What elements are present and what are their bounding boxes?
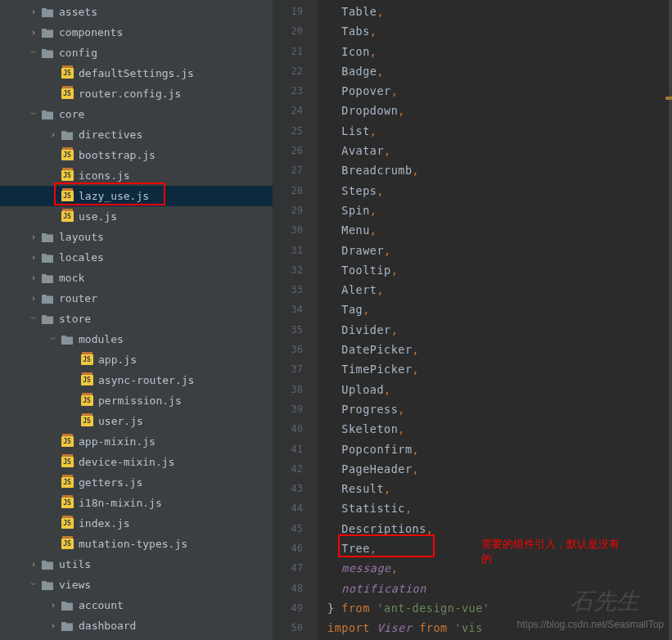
tree-item-index-js[interactable]: JSindex.js bbox=[0, 513, 273, 534]
chevron-right-icon[interactable]: › bbox=[28, 7, 39, 16]
folder-icon bbox=[41, 558, 54, 571]
js-file-icon: JS bbox=[61, 67, 74, 80]
tree-item-views[interactable]: ﹀views bbox=[0, 575, 273, 595]
chevron-right-icon[interactable]: › bbox=[28, 232, 39, 241]
code-line[interactable]: Upload, bbox=[327, 380, 672, 399]
code-line[interactable]: Badge, bbox=[327, 61, 672, 81]
tree-item-utils[interactable]: ›utils bbox=[0, 554, 273, 575]
tree-item-label: async-router.js bbox=[98, 374, 194, 386]
tree-item-account[interactable]: ›account bbox=[0, 595, 273, 615]
file-tree-sidebar[interactable]: ›assets›components﹀configJSdefaultSettin… bbox=[0, 0, 273, 640]
folder-icon bbox=[41, 272, 54, 285]
line-number: 33 bbox=[273, 280, 303, 300]
code-line[interactable]: Tabs, bbox=[327, 21, 672, 41]
code-line[interactable]: Divider, bbox=[327, 320, 672, 340]
code-line[interactable]: Dropdown, bbox=[327, 101, 672, 120]
code-line[interactable]: Tag, bbox=[327, 300, 672, 319]
tree-item-label: utils bbox=[59, 558, 91, 570]
line-number: 44 bbox=[273, 498, 303, 518]
tree-item-use-js[interactable]: JSuse.js bbox=[0, 206, 273, 227]
annotation-text: 需要的组件引入，默认是没有的 bbox=[481, 537, 620, 566]
chevron-down-icon[interactable]: ﹀ bbox=[28, 48, 39, 57]
code-editor[interactable]: 1920212223242526272829303132333435363738… bbox=[273, 0, 672, 640]
code-line[interactable]: Descriptions, bbox=[327, 519, 672, 539]
code-line[interactable]: Spin, bbox=[327, 201, 672, 220]
tree-item-app-mixin-js[interactable]: JSapp-mixin.js bbox=[0, 431, 273, 452]
chevron-right-icon[interactable]: › bbox=[28, 273, 39, 282]
code-line[interactable]: Steps, bbox=[327, 181, 672, 201]
tree-item-label: assets bbox=[59, 6, 97, 18]
tree-item-defaultSettings-js[interactable]: JSdefaultSettings.js bbox=[0, 63, 273, 83]
tree-item-locales[interactable]: ›locales bbox=[0, 247, 273, 268]
scroll-marker bbox=[665, 97, 672, 100]
tree-item-mock[interactable]: ›mock bbox=[0, 268, 273, 288]
chevron-down-icon[interactable]: ﹀ bbox=[28, 314, 39, 323]
code-line[interactable]: PageHeader, bbox=[327, 459, 672, 479]
line-number: 20 bbox=[273, 21, 303, 41]
tree-item-icons-js[interactable]: JSicons.js bbox=[0, 165, 273, 186]
chevron-right-icon[interactable]: › bbox=[28, 28, 39, 37]
folder-icon bbox=[61, 128, 74, 142]
chevron-right-icon[interactable]: › bbox=[28, 294, 39, 303]
tree-item-router[interactable]: ›router bbox=[0, 288, 273, 309]
tree-item-layouts[interactable]: ›layouts bbox=[0, 227, 273, 247]
code-line[interactable]: Result, bbox=[327, 479, 672, 498]
tree-item-i18n-mixin-js[interactable]: JSi18n-mixin.js bbox=[0, 493, 273, 513]
scrollbar[interactable] bbox=[669, 0, 672, 640]
code-line[interactable]: Avatar, bbox=[327, 141, 672, 160]
line-number: 28 bbox=[273, 181, 303, 201]
tree-item-core[interactable]: ﹀core bbox=[0, 104, 273, 124]
tree-item-permission-js[interactable]: JSpermission.js bbox=[0, 390, 273, 411]
chevron-right-icon[interactable]: › bbox=[47, 621, 59, 630]
js-file-icon: JS bbox=[61, 476, 74, 489]
tree-item-app-js[interactable]: JSapp.js bbox=[0, 349, 273, 370]
tree-item-label: components bbox=[59, 26, 123, 38]
tree-item-lazy_use-js[interactable]: JSlazy_use.js bbox=[0, 186, 273, 206]
js-file-icon: JS bbox=[61, 190, 74, 203]
code-line[interactable]: Skeleton, bbox=[327, 419, 672, 439]
chevron-right-icon[interactable]: › bbox=[47, 130, 59, 139]
code-line[interactable]: Tooltip, bbox=[327, 260, 672, 280]
tree-item-bootstrap-js[interactable]: JSbootstrap.js bbox=[0, 145, 273, 165]
code-line[interactable]: Statistic, bbox=[327, 498, 672, 518]
code-area[interactable]: Table, Tabs, Icon, Badge, Popover, Dropd… bbox=[318, 0, 672, 640]
code-line[interactable]: Drawer, bbox=[327, 241, 672, 260]
tree-item-config[interactable]: ﹀config bbox=[0, 43, 273, 63]
tree-item-async-router-js[interactable]: JSasync-router.js bbox=[0, 370, 273, 390]
code-line[interactable]: Alert, bbox=[327, 280, 672, 300]
tree-item-router-config-js[interactable]: JSrouter.config.js bbox=[0, 83, 273, 104]
code-line[interactable]: Progress, bbox=[327, 399, 672, 419]
chevron-down-icon[interactable]: ﹀ bbox=[28, 110, 39, 119]
code-line[interactable]: Breadcrumb, bbox=[327, 160, 672, 180]
tree-item-modules[interactable]: ﹀modules bbox=[0, 329, 273, 349]
tree-item-mutation-types-js[interactable]: JSmutation-types.js bbox=[0, 534, 273, 554]
code-line[interactable]: Popover, bbox=[327, 81, 672, 101]
js-file-icon: JS bbox=[61, 538, 74, 551]
folder-icon bbox=[41, 47, 54, 60]
tree-item-assets[interactable]: ›assets bbox=[0, 2, 273, 22]
tree-item-label: index.js bbox=[79, 517, 130, 530]
code-line[interactable]: List, bbox=[327, 121, 672, 141]
code-line[interactable]: Popconfirm, bbox=[327, 439, 672, 459]
watermark-url: https://blog.csdn.net/SeasmallTop bbox=[517, 619, 664, 630]
chevron-down-icon[interactable]: ﹀ bbox=[28, 580, 39, 589]
tree-item-getters-js[interactable]: JSgetters.js bbox=[0, 472, 273, 493]
tree-item-directives[interactable]: ›directives bbox=[0, 124, 273, 145]
code-line[interactable]: Table, bbox=[327, 2, 672, 21]
tree-item-user-js[interactable]: JSuser.js bbox=[0, 411, 273, 431]
chevron-down-icon[interactable]: ﹀ bbox=[47, 335, 59, 344]
code-line[interactable]: Icon, bbox=[327, 42, 672, 61]
tree-item-label: icons.js bbox=[79, 169, 130, 182]
tree-item-components[interactable]: ›components bbox=[0, 22, 273, 43]
folder-icon bbox=[41, 292, 54, 305]
tree-item-device-mixin-js[interactable]: JSdevice-mixin.js bbox=[0, 452, 273, 472]
code-line[interactable]: Menu, bbox=[327, 220, 672, 240]
tree-item-dashboard[interactable]: ›dashboard bbox=[0, 615, 273, 636]
code-line[interactable]: DatePicker, bbox=[327, 340, 672, 359]
code-line[interactable]: TimePicker, bbox=[327, 359, 672, 379]
chevron-right-icon[interactable]: › bbox=[47, 601, 59, 610]
tree-item-store[interactable]: ﹀store bbox=[0, 309, 273, 329]
chevron-right-icon[interactable]: › bbox=[28, 253, 39, 262]
chevron-right-icon[interactable]: › bbox=[28, 560, 39, 569]
tree-item-label: config bbox=[59, 47, 97, 59]
